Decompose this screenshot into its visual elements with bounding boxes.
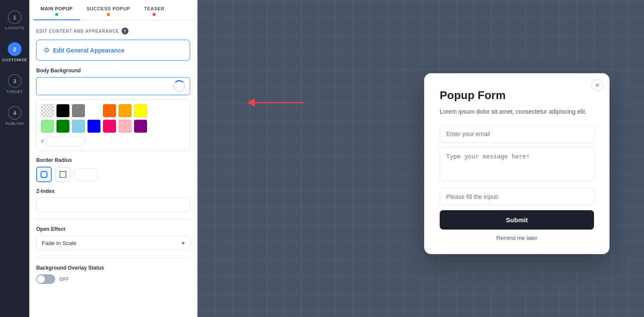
- popup-extra-input[interactable]: [440, 188, 594, 206]
- tab-success-popup[interactable]: Success Popup: [80, 0, 137, 20]
- divider-2: [36, 258, 190, 258]
- sidebar: 1 Layouts 2 Customize 3 Target 4 Publish: [0, 0, 29, 317]
- rounded-corners-icon: [40, 171, 48, 178]
- tab-teaser-label: Teaser: [144, 6, 165, 11]
- zindex-label: Z-Index: [36, 188, 190, 194]
- hex-value-input[interactable]: FFFFFF: [47, 136, 85, 146]
- popup-title: Popup Form: [440, 89, 594, 102]
- popup-close-button[interactable]: ✕: [591, 79, 603, 91]
- popup-email-input[interactable]: [440, 125, 594, 143]
- panel: Main Popup Success Popup Teaser Edit Con…: [29, 0, 197, 317]
- tab-main-popup[interactable]: Main Popup: [34, 0, 80, 20]
- swatch-empty: [88, 104, 100, 117]
- swatch-row-1: [41, 104, 185, 117]
- step-2-label: Customize: [2, 58, 27, 62]
- color-input-row[interactable]: #FFFFFF: [36, 77, 190, 95]
- swatch-orange[interactable]: [103, 104, 116, 117]
- step-3-label: Target: [6, 90, 23, 94]
- swatch-amber[interactable]: [119, 104, 131, 117]
- open-effect-select[interactable]: Fade In Scale Fade In Slide In Zoom In: [36, 236, 190, 251]
- tab-main-dot: [55, 13, 58, 16]
- swatch-lightblue[interactable]: [72, 120, 85, 133]
- svg-rect-1: [60, 171, 66, 177]
- color-hex-input[interactable]: #FFFFFF: [41, 83, 173, 90]
- swatch-transparent[interactable]: [41, 104, 54, 117]
- zindex-input[interactable]: 99999: [36, 198, 190, 212]
- toggle-row: OFF: [36, 274, 190, 284]
- border-radius-label: Border Radius: [36, 157, 190, 163]
- popup-submit-button[interactable]: Submit: [440, 210, 594, 230]
- br-rounded-btn[interactable]: [36, 167, 52, 182]
- canvas: ✕ Popup Form Lorem ipsum dolor sit amet,…: [197, 0, 644, 317]
- swatch-row-2: [41, 120, 185, 133]
- br-sharp-btn[interactable]: [55, 167, 71, 182]
- swatch-gray[interactable]: [72, 104, 85, 117]
- open-effect-select-wrapper: Fade In Scale Fade In Slide In Zoom In ▼: [36, 236, 190, 251]
- toggle-knob: [37, 275, 45, 283]
- tab-success-label: Success Popup: [87, 6, 130, 11]
- step-2-circle: 2: [8, 42, 22, 56]
- popup-description: Lorem ipsum dolor sit amet, consectetur …: [440, 107, 594, 116]
- sidebar-step-layouts[interactable]: 1 Layouts: [0, 4, 29, 36]
- swatch-hotpink[interactable]: [103, 120, 116, 133]
- popup-preview: ✕ Popup Form Lorem ipsum dolor sit amet,…: [424, 73, 610, 254]
- section-title: Edit Content and Appearance ?: [36, 28, 190, 34]
- open-effect-label: Open Effect: [36, 226, 190, 232]
- sidebar-step-target[interactable]: 3 Target: [0, 68, 29, 100]
- sharp-corners-icon: [59, 171, 67, 178]
- step-1-circle: 1: [8, 10, 22, 24]
- toggle-off-label: OFF: [59, 277, 69, 282]
- section-title-text: Edit Content and Appearance: [36, 29, 119, 34]
- swatch-yellow[interactable]: [134, 104, 147, 117]
- help-icon[interactable]: ?: [122, 28, 128, 34]
- tab-success-dot: [107, 13, 110, 16]
- body-bg-label: Body Background: [36, 68, 190, 74]
- divider-1: [36, 219, 190, 219]
- svg-rect-0: [41, 171, 47, 177]
- swatch-black[interactable]: [56, 104, 69, 117]
- step-3-circle: 3: [8, 74, 22, 88]
- swatch-green[interactable]: [56, 120, 69, 133]
- gear-icon: ⚙: [44, 46, 50, 54]
- sidebar-step-customize[interactable]: 2 Customize: [0, 36, 29, 68]
- step-1-label: Layouts: [5, 26, 25, 30]
- sidebar-step-publish[interactable]: 4 Publish: [0, 100, 29, 132]
- swatch-blue[interactable]: [88, 120, 100, 133]
- step-4-circle: 4: [8, 106, 22, 120]
- popup-message-textarea[interactable]: [440, 147, 594, 182]
- tab-teaser-dot: [153, 13, 156, 16]
- ega-header: ⚙ Edit General Appearance: [44, 46, 183, 54]
- overlay-toggle[interactable]: [36, 274, 55, 284]
- hex-row: # FFFFFF: [41, 136, 185, 146]
- swatch-pink[interactable]: [119, 120, 131, 133]
- border-radius-value-input[interactable]: 15: [74, 168, 97, 181]
- border-radius-row: 15: [36, 167, 190, 182]
- bg-overlay-label: Background Overlay Status: [36, 265, 190, 271]
- ega-card: ⚙ Edit General Appearance: [36, 40, 190, 61]
- color-spinner: [173, 80, 185, 92]
- panel-content: Edit Content and Appearance ? ⚙ Edit Gen…: [29, 21, 197, 317]
- tab-main-popup-label: Main Popup: [41, 6, 73, 11]
- step-4-label: Publish: [6, 121, 24, 126]
- hex-hash-symbol: #: [41, 138, 44, 144]
- swatch-lightgreen[interactable]: [41, 120, 54, 133]
- swatch-purple[interactable]: [134, 120, 147, 133]
- tab-bar: Main Popup Success Popup Teaser: [29, 0, 197, 21]
- ega-title[interactable]: Edit General Appearance: [53, 47, 125, 54]
- popup-remind-link[interactable]: Remind me later: [440, 235, 594, 241]
- color-swatches: # FFFFFF: [36, 99, 190, 151]
- tab-teaser[interactable]: Teaser: [137, 0, 172, 20]
